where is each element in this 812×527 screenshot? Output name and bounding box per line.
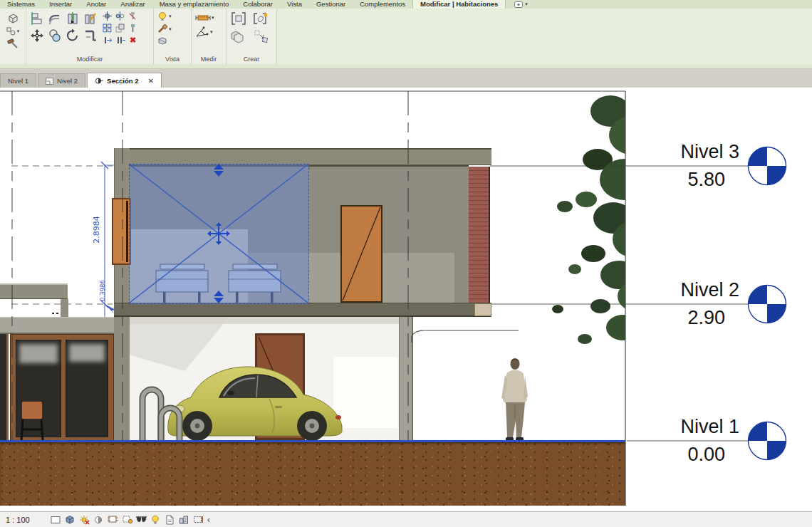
rotate-icon bbox=[66, 28, 80, 43]
reveal-elements-button[interactable]: ▾ bbox=[157, 11, 172, 22]
tab-modificar-habitaciones[interactable]: Modificar | Habitaciones bbox=[412, 0, 506, 9]
detail-level-icon bbox=[51, 516, 61, 524]
tab-complementos[interactable]: Complementos bbox=[353, 0, 412, 9]
trim-corner-button[interactable] bbox=[83, 28, 98, 43]
trim-single-button[interactable] bbox=[103, 35, 114, 46]
join-geometry-button[interactable] bbox=[6, 38, 19, 49]
align-icon bbox=[30, 11, 44, 26]
view-control-bar: 1 : 100 ‹ bbox=[0, 511, 812, 527]
level-3-elevation[interactable]: 5.80 bbox=[588, 169, 725, 191]
isolate-cube-icon bbox=[157, 36, 168, 46]
level-2-name[interactable]: Nivel 2 bbox=[588, 279, 739, 301]
sun-path-button[interactable] bbox=[78, 513, 90, 526]
measure-dropdown-icon: ▾ bbox=[212, 15, 214, 21]
unpin-button[interactable] bbox=[127, 11, 138, 21]
select-options-button[interactable]: ▾ bbox=[6, 26, 21, 36]
level-2-elevation[interactable]: 2.90 bbox=[588, 307, 725, 329]
lightbulb-icon bbox=[157, 11, 168, 21]
scale-icon bbox=[115, 24, 125, 33]
paintbrush-icon bbox=[157, 24, 168, 33]
reveal-constraints-button[interactable] bbox=[192, 513, 204, 526]
move-icon bbox=[30, 28, 44, 43]
view-tab-seccion-2[interactable]: Sección 2 ✕ bbox=[87, 73, 162, 88]
copy-icon bbox=[48, 28, 62, 43]
load-as-group-button[interactable] bbox=[229, 28, 248, 44]
selected-room[interactable] bbox=[129, 164, 309, 304]
drawing-canvas[interactable]: 2.8984 0.3986 Nivel 3 5.80 Nivel 2 2.90 … bbox=[0, 88, 812, 511]
tab-insertar[interactable]: Insertar bbox=[42, 0, 79, 9]
stretch-handle-top-icon[interactable] bbox=[214, 165, 224, 177]
modify-select-button[interactable] bbox=[6, 11, 20, 25]
trim-multiple-button[interactable] bbox=[116, 35, 127, 46]
split-gap-pencil-icon bbox=[83, 11, 98, 26]
rotate-button[interactable] bbox=[65, 28, 80, 43]
analytical-model-button[interactable] bbox=[177, 513, 190, 526]
stretch-handle-bottom-icon[interactable] bbox=[214, 291, 224, 303]
copy-button[interactable] bbox=[47, 28, 63, 43]
view-tab-nivel-1[interactable]: Nivel 1 bbox=[0, 73, 36, 88]
mirror-line-icon bbox=[115, 11, 125, 21]
hide-isolate-button[interactable] bbox=[157, 36, 169, 46]
shadows-button[interactable] bbox=[92, 513, 105, 526]
level-datum-1[interactable] bbox=[746, 420, 789, 461]
scale-button[interactable] bbox=[115, 23, 125, 33]
level-1-elevation[interactable]: 0.00 bbox=[588, 444, 725, 466]
angle-dimension-button[interactable]: ▾ bbox=[194, 26, 214, 38]
offset-button[interactable] bbox=[47, 11, 63, 26]
canopy-wire-line[interactable] bbox=[412, 330, 519, 343]
move-button[interactable] bbox=[29, 28, 45, 43]
collapse-bar-icon[interactable]: ‹ bbox=[207, 515, 210, 525]
delete-button[interactable]: ✖ bbox=[129, 36, 137, 45]
sun-path-icon bbox=[79, 515, 90, 525]
floor-plan-icon bbox=[46, 78, 53, 85]
hide-isolate-button[interactable] bbox=[135, 513, 147, 526]
view-tab-nivel-2[interactable]: Nivel 2 bbox=[38, 73, 85, 88]
split-with-gap-button[interactable] bbox=[83, 11, 98, 26]
analytical-model-icon bbox=[179, 515, 189, 524]
tab-vista[interactable]: Vista bbox=[280, 0, 309, 9]
ungroup-button[interactable] bbox=[252, 28, 271, 44]
pin-button[interactable] bbox=[127, 23, 138, 33]
temp-view-properties-button[interactable] bbox=[163, 513, 176, 526]
override-graphics-button[interactable]: ▾ bbox=[157, 24, 172, 34]
close-tab-icon[interactable]: ✕ bbox=[147, 77, 153, 85]
mirror-line-button[interactable] bbox=[115, 11, 125, 21]
angle-arc-icon bbox=[195, 26, 209, 38]
select-cube-icon bbox=[7, 12, 19, 24]
group-folder-icon bbox=[230, 29, 247, 43]
create-similar-icon bbox=[253, 12, 270, 26]
detail-level-button[interactable] bbox=[49, 513, 62, 526]
panel-view: ▾ ▾ Vista bbox=[154, 9, 192, 64]
level-1-name[interactable]: Nivel 1 bbox=[588, 416, 739, 438]
level-datum-3[interactable] bbox=[746, 145, 789, 187]
crop-view-button[interactable] bbox=[106, 513, 119, 526]
group-brackets-icon bbox=[231, 12, 246, 26]
tab-colaborar[interactable]: Colaborar bbox=[236, 0, 280, 9]
tab-sistemas[interactable]: Sistemas bbox=[0, 0, 42, 9]
scale-control[interactable]: 1 : 100 bbox=[6, 516, 48, 524]
create-group-button[interactable] bbox=[230, 11, 247, 27]
trim-multiple-icon bbox=[117, 36, 126, 45]
level-3-name[interactable]: Nivel 3 bbox=[588, 141, 739, 163]
array-button[interactable] bbox=[102, 23, 113, 33]
tab-anotar[interactable]: Anotar bbox=[79, 0, 113, 9]
align-button[interactable] bbox=[29, 11, 45, 26]
tab-masa-emplazamiento[interactable]: Masa y emplazamiento bbox=[152, 0, 236, 9]
show-crop-button[interactable] bbox=[120, 513, 133, 526]
dimension-room-offset[interactable]: 0.3986 bbox=[99, 276, 106, 305]
reveal-hidden-button[interactable] bbox=[149, 513, 162, 526]
create-similar-button[interactable] bbox=[252, 11, 271, 27]
tab-gestionar[interactable]: Gestionar bbox=[309, 0, 353, 9]
level-datum-2[interactable] bbox=[746, 283, 789, 325]
split-element-button[interactable] bbox=[65, 11, 80, 26]
tab-analizar[interactable]: Analizar bbox=[113, 0, 152, 9]
mirror-axis-icon bbox=[103, 11, 112, 21]
move-handle-icon[interactable] bbox=[207, 222, 230, 245]
measure-button[interactable]: ▾ bbox=[194, 13, 215, 23]
dimension-room-height[interactable]: 2.8984 bbox=[92, 214, 101, 246]
mirror-axis-button[interactable] bbox=[102, 11, 113, 21]
visual-style-button[interactable] bbox=[63, 513, 76, 526]
temp-view-icon bbox=[165, 515, 175, 525]
presentation-mode-button[interactable]: ▾ bbox=[510, 1, 532, 8]
ribbon: ▾ bbox=[0, 9, 812, 64]
